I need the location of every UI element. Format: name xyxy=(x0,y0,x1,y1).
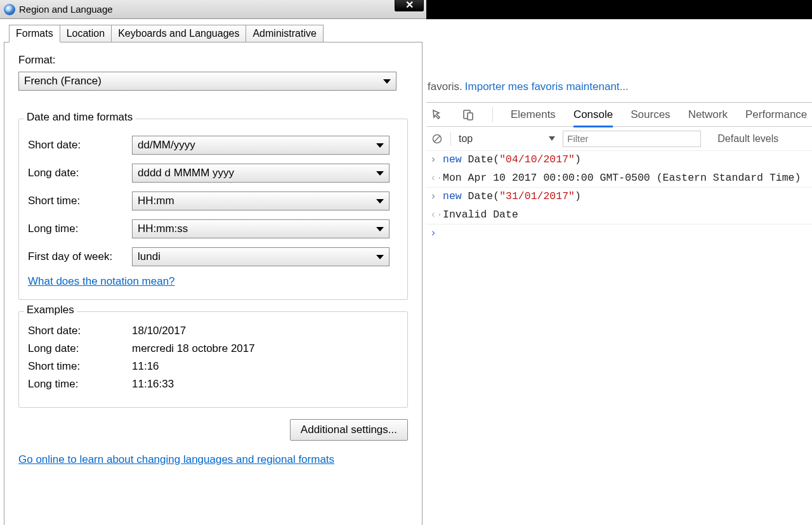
console-line-body: new Date("04/10/2017") xyxy=(443,151,581,169)
console-prompt-icon: › xyxy=(430,224,439,242)
close-icon: ✕ xyxy=(405,0,414,11)
format-combo-value: French (France) xyxy=(24,75,102,88)
console-output: ›new Date("04/10/2017")‹·Mon Apr 10 2017… xyxy=(426,151,812,243)
ex-long-time-value: 11:16:33 xyxy=(132,378,174,391)
console-line: ‹·Invalid Date xyxy=(426,206,812,224)
short-date-value: dd/MM/yyyy xyxy=(138,139,195,152)
console-line: ‹·Mon Apr 10 2017 00:00:00 GMT-0500 (Eas… xyxy=(426,169,812,188)
tabstrip: Formats Location Keyboards and Languages… xyxy=(9,25,426,42)
console-toolbar: top Default levels xyxy=(426,127,812,151)
console-input-marker-icon: › xyxy=(430,151,439,169)
titlebar: Region and Language ✕ xyxy=(0,0,426,19)
tab-administrative[interactable]: Administrative xyxy=(246,25,323,42)
short-date-combo[interactable]: dd/MM/yyyy xyxy=(132,136,390,155)
short-time-combo[interactable]: HH:mm xyxy=(132,191,390,211)
tab-keyboards-languages[interactable]: Keyboards and Languages xyxy=(111,25,246,42)
devtab-elements[interactable]: Elements xyxy=(511,108,556,121)
separator xyxy=(450,132,451,146)
console-line: ›new Date("31/01/2017") xyxy=(426,188,812,206)
short-time-value: HH:mm xyxy=(138,195,174,207)
first-day-combo[interactable]: lundi xyxy=(132,247,390,266)
devtab-performance[interactable]: Performance xyxy=(745,108,807,121)
console-output-marker-icon: ‹· xyxy=(430,206,439,224)
window-top-black-bar xyxy=(426,0,812,19)
date-time-formats-legend: Date and time formats xyxy=(24,111,135,124)
console-filter-input[interactable] xyxy=(563,131,701,147)
ex-short-time-label: Short time: xyxy=(28,360,132,373)
console-line: ›new Date("04/10/2017") xyxy=(426,151,812,169)
ex-short-time-value: 11:16 xyxy=(132,360,159,373)
svg-line-3 xyxy=(435,136,440,141)
separator xyxy=(492,107,493,122)
chevron-down-icon xyxy=(383,79,391,84)
chevron-down-icon xyxy=(549,136,555,141)
long-date-label: Long date: xyxy=(28,167,132,179)
inspect-icon[interactable] xyxy=(431,108,444,121)
console-line-body: Mon Apr 10 2017 00:00:00 GMT-0500 (Easte… xyxy=(443,169,801,187)
first-day-value: lundi xyxy=(138,250,160,263)
import-bookmarks-link[interactable]: Importer mes favoris maintenant... xyxy=(465,81,629,93)
console-line-body: new Date("31/01/2017") xyxy=(443,188,581,205)
chevron-down-icon xyxy=(376,227,384,231)
long-date-value: dddd d MMMM yyyy xyxy=(138,167,234,179)
ex-short-date-label: Short date: xyxy=(28,325,132,337)
console-prompt[interactable]: › xyxy=(426,224,812,243)
date-time-formats-group: Date and time formats Short date: dd/MM/… xyxy=(18,119,408,300)
ex-long-date-value: mercredi 18 octobre 2017 xyxy=(132,342,255,355)
device-toggle-icon[interactable] xyxy=(462,108,475,121)
close-button[interactable]: ✕ xyxy=(395,0,424,11)
context-selector[interactable]: top xyxy=(459,133,555,145)
chevron-down-icon xyxy=(376,143,384,148)
console-input-marker-icon: › xyxy=(430,188,439,205)
region-language-dialog: Region and Language ✕ Formats Location K… xyxy=(0,0,426,525)
tab-panel-formats: Format: French (France) Date and time fo… xyxy=(4,42,422,525)
long-time-label: Long time: xyxy=(28,223,132,235)
chevron-down-icon xyxy=(376,255,384,259)
devtab-network[interactable]: Network xyxy=(688,108,728,121)
dialog-title: Region and Language xyxy=(19,4,395,15)
long-time-value: HH:mm:ss xyxy=(138,223,188,235)
bookmarks-bar: favoris. Importer mes favoris maintenant… xyxy=(426,19,812,103)
ex-short-date-value: 18/10/2017 xyxy=(132,325,186,337)
short-date-label: Short date: xyxy=(28,139,132,152)
context-selector-value: top xyxy=(459,133,473,145)
devtools-tabstrip: Elements Console Sources Network Perform… xyxy=(426,103,812,127)
additional-settings-button[interactable]: Additional settings... xyxy=(290,419,408,441)
first-day-label: First day of week: xyxy=(28,250,132,263)
tab-formats[interactable]: Formats xyxy=(9,25,60,42)
browser-area: favoris. Importer mes favoris maintenant… xyxy=(426,0,812,525)
long-time-combo[interactable]: HH:mm:ss xyxy=(132,219,390,238)
notation-link[interactable]: What does the notation mean? xyxy=(28,275,175,287)
devtab-sources[interactable]: Sources xyxy=(631,108,670,121)
ex-long-time-label: Long time: xyxy=(28,378,132,391)
devtab-console[interactable]: Console xyxy=(573,108,613,121)
svg-rect-1 xyxy=(468,113,473,120)
bookmarks-bar-text: favoris. xyxy=(428,81,462,93)
long-date-combo[interactable]: dddd d MMMM yyyy xyxy=(132,164,390,183)
console-line-body: Invalid Date xyxy=(443,206,518,224)
format-label: Format: xyxy=(18,54,408,67)
format-combo[interactable]: French (France) xyxy=(18,72,396,91)
short-time-label: Short time: xyxy=(28,195,132,207)
console-output-marker-icon: ‹· xyxy=(430,169,439,187)
ex-long-date-label: Long date: xyxy=(28,342,132,355)
tab-location[interactable]: Location xyxy=(60,25,112,42)
online-help-link[interactable]: Go online to learn about changing langua… xyxy=(18,453,334,465)
globe-icon xyxy=(4,4,15,15)
examples-group: Examples Short date: 18/10/2017 Long dat… xyxy=(18,311,408,408)
log-level-selector[interactable]: Default levels xyxy=(717,133,778,145)
clear-console-icon[interactable] xyxy=(431,133,443,145)
chevron-down-icon xyxy=(376,199,384,204)
chevron-down-icon xyxy=(376,171,384,176)
examples-legend: Examples xyxy=(24,304,77,316)
